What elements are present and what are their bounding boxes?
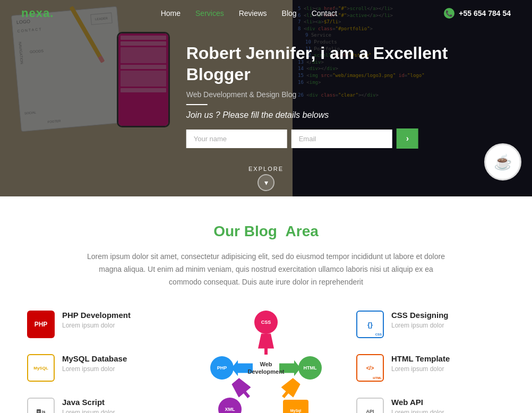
js-desc: Lorem ipsum dolor xyxy=(62,409,115,413)
phone-number: +55 654 784 54 xyxy=(459,9,511,18)
navbar: nexa. Home Services Reviews Blog Contact… xyxy=(0,0,532,27)
js-info: Java Script Lorem ipsum dolor xyxy=(62,398,115,413)
css-icon: {} CSS xyxy=(356,311,384,338)
html-name: HTML Template xyxy=(391,354,450,363)
phone-icon: 📞 xyxy=(444,8,454,19)
heading-black: Our Blog xyxy=(213,223,277,239)
php-info: PHP Development Lorem ipsum dolor xyxy=(62,311,131,329)
css-name: CSS Designing xyxy=(391,311,449,320)
brand-dot: . xyxy=(50,6,54,20)
mysql-info: MySQL Database Lorem ipsum dolor xyxy=(62,354,127,373)
services-grid: PHP PHP Development Lorem ipsum dolor My… xyxy=(21,309,511,413)
service-item-js: ≡ js Java Script Lorem ipsum dolor xyxy=(27,398,176,413)
hero-subtitle: Web Development & Design Blog xyxy=(186,90,452,99)
section-heading: Our Blog Area xyxy=(21,223,511,240)
nav-reviews[interactable]: Reviews xyxy=(239,9,267,18)
web-dev-diagram: WebDevelopment CSS HTML MySql XML PHP xyxy=(208,309,324,413)
service-item-html: </> HTML HTML Template Lorem ipsum dolor xyxy=(356,354,505,382)
brand-logo[interactable]: nexa. xyxy=(21,6,54,20)
nav-blog[interactable]: Blog xyxy=(282,9,297,18)
wd-css-arrow xyxy=(258,333,274,355)
wd-css-node: CSS xyxy=(254,311,278,334)
services-left: PHP PHP Development Lorem ipsum dolor My… xyxy=(27,311,176,413)
wd-html-node: HTML xyxy=(298,356,322,380)
service-item-api: API Web API Lorem ipsum dolor xyxy=(356,398,505,413)
php-icon: PHP xyxy=(27,311,55,338)
hero-section: LOGO CONTACT NAVIGATION GOODS SOCIAL FOO… xyxy=(0,0,532,196)
api-icon: API xyxy=(356,398,384,413)
service-item-php: PHP PHP Development Lorem ipsum dolor xyxy=(27,311,176,338)
nav-contact[interactable]: Contact xyxy=(312,9,337,18)
js-icon: ≡ js xyxy=(27,398,55,413)
coffee-cup: ☕ xyxy=(484,143,521,180)
api-info: Web API Lorem ipsum dolor xyxy=(391,398,444,413)
explore-button[interactable]: ▾ xyxy=(258,174,274,191)
blog-section: Our Blog Area Lorem ipsum dolor sit amet… xyxy=(0,196,532,413)
brand-name: nexa xyxy=(21,6,50,20)
hero-content: Robert Jennifer, i am a Excellent Blogge… xyxy=(186,42,452,149)
php-desc: Lorem ipsum dolor xyxy=(62,322,131,329)
js-name: Java Script xyxy=(62,398,115,407)
service-item-mysql: MySQL MySQL Database Lorem ipsum dolor xyxy=(27,354,176,382)
service-item-css: {} CSS CSS Designing Lorem ipsum dolor xyxy=(356,311,505,338)
mysql-icon: MySQL xyxy=(27,354,55,382)
section-description: Lorem ipsum dolor sit amet, consectetur … xyxy=(85,251,447,288)
css-info: CSS Designing Lorem ipsum dolor xyxy=(391,311,449,329)
services-right: {} CSS CSS Designing Lorem ipsum dolor <… xyxy=(356,311,505,413)
wd-mysql-arrow xyxy=(277,376,303,402)
nav-services[interactable]: Services xyxy=(195,9,224,18)
hero-join-text: Join us ? Please fill the details belows xyxy=(186,110,452,120)
phone-contact[interactable]: 📞 +55 654 784 54 xyxy=(444,8,511,19)
html-desc: Lorem ipsum dolor xyxy=(391,365,450,373)
wd-mysql-node: MySql xyxy=(283,400,308,413)
nav-links: Home Services Reviews Blog Contact xyxy=(161,8,337,18)
api-desc: Lorem ipsum dolor xyxy=(391,409,444,413)
explore-section: EXPLORE ▾ xyxy=(248,166,284,191)
hero-name-input[interactable] xyxy=(186,130,287,148)
css-desc: Lorem ipsum dolor xyxy=(391,322,449,329)
mysql-name: MySQL Database xyxy=(62,354,127,363)
wd-center-label: WebDevelopment xyxy=(247,357,285,378)
hero-title: Robert Jennifer, i am a Excellent Blogge… xyxy=(186,42,452,85)
explore-label: EXPLORE xyxy=(248,166,284,172)
hero-form: › xyxy=(186,128,452,149)
mysql-desc: Lorem ipsum dolor xyxy=(62,365,127,373)
php-name: PHP Development xyxy=(62,311,131,320)
hero-submit-button[interactable]: › xyxy=(397,128,418,149)
services-center-diagram: WebDevelopment CSS HTML MySql XML PHP xyxy=(176,309,356,413)
html-info: HTML Template Lorem ipsum dolor xyxy=(391,354,450,373)
nav-home[interactable]: Home xyxy=(161,9,181,18)
heading-green: Area xyxy=(286,223,319,239)
wd-xml-node: XML xyxy=(218,398,242,413)
wd-php-node: PHP xyxy=(210,356,234,380)
hero-email-input[interactable] xyxy=(291,130,392,148)
html-icon: </> HTML xyxy=(356,354,384,382)
hero-divider xyxy=(186,104,208,105)
api-name: Web API xyxy=(391,398,444,407)
